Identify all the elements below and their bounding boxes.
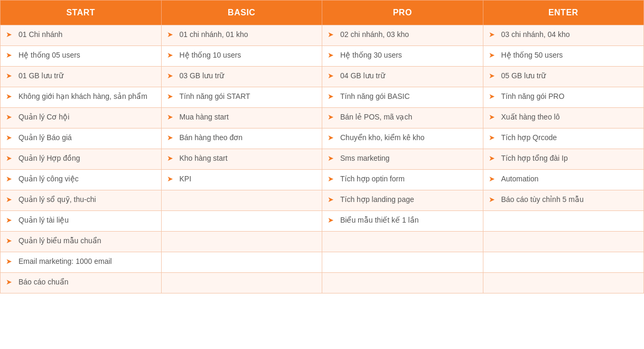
arrow-icon: ➤ — [6, 113, 14, 121]
arrow-icon: ➤ — [489, 71, 497, 80]
arrow-icon: ➤ — [6, 278, 14, 286]
arrow-icon: ➤ — [6, 71, 14, 80]
table-row: ➤Quản lý công việc➤KPI➤Tích hợp optin fo… — [1, 170, 644, 190]
feature-text: Mua hàng start — [180, 112, 229, 123]
arrow-icon: ➤ — [328, 30, 336, 39]
header-start: START — [1, 1, 162, 25]
arrow-icon: ➤ — [328, 71, 336, 80]
arrow-icon: ➤ — [489, 133, 497, 142]
arrow-icon: ➤ — [328, 113, 336, 121]
table-row: ➤Quản lý Báo giá➤Bán hàng theo đơn➤Chuyể… — [1, 128, 644, 149]
arrow-icon: ➤ — [6, 154, 14, 162]
feature-text: Biểu mẫu thiết kế 1 lần — [340, 215, 419, 226]
arrow-icon: ➤ — [489, 174, 497, 183]
table-row: ➤Quản lý Hợp đồng➤Kho hàng start➤Sms mar… — [1, 149, 644, 170]
arrow-icon: ➤ — [328, 195, 336, 204]
feature-text: Hệ thống 30 users — [340, 50, 402, 61]
arrow-icon: ➤ — [167, 133, 175, 142]
table-row: ➤Quản lý sổ quỹ, thu-chi➤Tích hợp landin… — [1, 190, 644, 211]
arrow-icon: ➤ — [6, 216, 14, 224]
feature-text: Không giới hạn khách hàng, sản phẩm — [18, 91, 147, 102]
arrow-icon: ➤ — [6, 236, 14, 245]
feature-text: Hệ thống 50 users — [501, 50, 563, 61]
feature-text: 01 GB lưu trữ — [18, 71, 63, 81]
header-pro: PRO — [322, 1, 483, 25]
table-row: ➤Hệ thống 05 users➤Hệ thống 10 users➤Hệ … — [1, 46, 644, 67]
feature-text: KPI — [180, 174, 192, 185]
table-row: ➤Quản lý Cơ hội➤Mua hàng start➤Bán lẻ PO… — [1, 108, 644, 128]
table-row: ➤Quản lý biểu mẫu chuẩn — [1, 232, 644, 252]
feature-text: Tính năng gói BASIC — [340, 91, 410, 102]
feature-text: Bán lẻ POS, mã vạch — [340, 112, 412, 123]
feature-text: Quản lý Cơ hội — [18, 112, 69, 123]
arrow-icon: ➤ — [6, 92, 14, 100]
feature-text: Hệ thống 10 users — [180, 50, 241, 61]
feature-text: Tích hợp tổng đài Ip — [501, 153, 568, 164]
arrow-icon: ➤ — [489, 113, 497, 121]
table-row: ➤01 Chi nhánh➤01 chi nhánh, 01 kho➤02 ch… — [1, 25, 644, 46]
table-row: ➤Không giới hạn khách hàng, sản phẩm➤Tín… — [1, 87, 644, 108]
pricing-table: STARTBASICPROENTER ➤01 Chi nhánh➤01 chi … — [0, 0, 644, 293]
header-basic: BASIC — [161, 1, 322, 25]
table-row: ➤Báo cáo chuẩn — [1, 273, 644, 293]
arrow-icon: ➤ — [6, 133, 14, 142]
feature-text: Quản lý tài liệu — [18, 215, 69, 226]
arrow-icon: ➤ — [328, 51, 336, 59]
feature-text: Tích hợp landing page — [340, 195, 414, 205]
feature-text: Kho hàng start — [180, 153, 228, 164]
arrow-icon: ➤ — [167, 30, 175, 39]
table-row: ➤Email marketing: 1000 email — [1, 252, 644, 273]
feature-text: Quản lý Báo giá — [18, 133, 72, 143]
header-enter: ENTER — [483, 1, 644, 25]
feature-text: Quản lý Hợp đồng — [18, 153, 80, 164]
arrow-icon: ➤ — [328, 133, 336, 142]
feature-text: 05 GB lưu trữ — [501, 71, 546, 81]
arrow-icon: ➤ — [167, 51, 175, 59]
arrow-icon: ➤ — [167, 154, 175, 162]
feature-text: Chuyển kho, kiểm kê kho — [340, 133, 425, 143]
arrow-icon: ➤ — [167, 71, 175, 80]
arrow-icon: ➤ — [489, 154, 497, 162]
arrow-icon: ➤ — [6, 195, 14, 204]
feature-text: Hệ thống 05 users — [18, 50, 80, 61]
arrow-icon: ➤ — [489, 92, 497, 100]
feature-text: Quản lý sổ quỹ, thu-chi — [18, 195, 96, 205]
feature-text: Automation — [501, 174, 539, 185]
feature-text: 03 chi nhánh, 04 kho — [501, 30, 570, 40]
feature-text: Bán hàng theo đơn — [180, 133, 243, 143]
arrow-icon: ➤ — [6, 174, 14, 183]
feature-text: 01 chi nhánh, 01 kho — [180, 30, 248, 40]
table-row: ➤Quản lý tài liệu➤Biểu mẫu thiết kế 1 lầ… — [1, 211, 644, 232]
feature-text: Báo cáo chuẩn — [18, 277, 69, 288]
arrow-icon: ➤ — [489, 195, 497, 204]
feature-text: Tính năng gói START — [180, 91, 250, 102]
feature-text: Tính năng gói PRO — [501, 91, 565, 102]
feature-text: 01 Chi nhánh — [18, 30, 62, 40]
feature-text: Tích hợp Qrcode — [501, 133, 557, 143]
feature-text: Tích hợp optin form — [340, 174, 405, 185]
arrow-icon: ➤ — [328, 216, 336, 224]
arrow-icon: ➤ — [6, 257, 14, 265]
arrow-icon: ➤ — [6, 51, 14, 59]
feature-text: Xuất hàng theo lô — [501, 112, 560, 123]
feature-text: 03 GB lưu trữ — [180, 71, 225, 81]
arrow-icon: ➤ — [328, 154, 336, 162]
feature-text: Báo cáo tùy chỉnh 5 mẫu — [501, 195, 584, 205]
feature-text: Sms marketing — [340, 153, 389, 164]
feature-text: 04 GB lưu trữ — [340, 71, 385, 81]
feature-text: Quản lý biểu mẫu chuẩn — [18, 236, 101, 246]
arrow-icon: ➤ — [489, 30, 497, 39]
feature-text: Quản lý công việc — [18, 174, 79, 185]
arrow-icon: ➤ — [167, 174, 175, 183]
arrow-icon: ➤ — [328, 92, 336, 100]
arrow-icon: ➤ — [328, 174, 336, 183]
arrow-icon: ➤ — [167, 92, 175, 100]
feature-text: Email marketing: 1000 email — [18, 256, 112, 267]
arrow-icon: ➤ — [489, 51, 497, 59]
table-row: ➤01 GB lưu trữ➤03 GB lưu trữ➤04 GB lưu t… — [1, 67, 644, 87]
arrow-icon: ➤ — [167, 113, 175, 121]
arrow-icon: ➤ — [6, 30, 14, 39]
feature-text: 02 chi nhánh, 03 kho — [340, 30, 409, 40]
